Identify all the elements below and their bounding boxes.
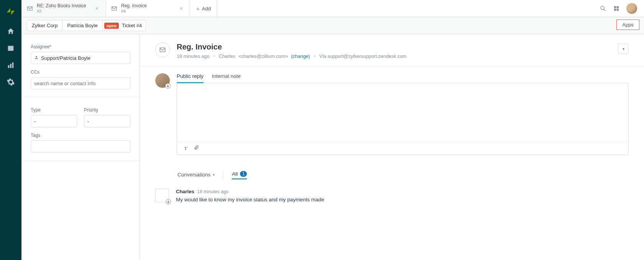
ccs-input[interactable] xyxy=(34,81,127,86)
breadcrumb-ticket[interactable]: open Ticket #4 xyxy=(103,21,146,30)
reply-editor[interactable]: T xyxy=(177,83,629,155)
ticket-content: Reg. Invoice 18 minutes ago Charles<char… xyxy=(140,34,644,260)
ticket-from-email: <charles@zillium.com> xyxy=(238,54,288,59)
tab-title: RE: Zoho Books Invoice xyxy=(37,3,86,9)
message-author: Charles xyxy=(176,189,194,194)
assignee-value: Support/Patricia Boyle xyxy=(41,55,90,61)
tabs-row: RE: Zoho Books Invoice #2 × Reg. Invoice… xyxy=(21,0,644,17)
ticket-age: 18 minutes ago xyxy=(177,54,209,59)
ticket-tab[interactable]: RE: Zoho Books Invoice #2 × xyxy=(21,0,106,17)
svg-rect-2 xyxy=(10,64,12,68)
ticket-header: Reg. Invoice 18 minutes ago Charles<char… xyxy=(140,34,644,66)
ticket-tab-active[interactable]: Reg. Invoice #4 × xyxy=(106,0,190,17)
svg-rect-1 xyxy=(8,65,10,68)
type-value: - xyxy=(34,118,36,124)
message-body: My would like to know my invoice status … xyxy=(176,197,324,202)
nav-home[interactable] xyxy=(0,23,21,40)
text-format-icon[interactable]: T xyxy=(184,145,187,151)
user-badge-icon xyxy=(165,83,171,89)
requester-avatar xyxy=(155,189,169,202)
all-label: All xyxy=(232,171,238,177)
svg-rect-3 xyxy=(12,63,14,68)
priority-label: Priority xyxy=(84,107,130,113)
public-reply-tab[interactable]: Public reply xyxy=(177,73,204,83)
mail-icon xyxy=(111,5,117,12)
priority-value: - xyxy=(87,118,89,124)
svg-rect-0 xyxy=(8,46,14,51)
close-icon[interactable]: × xyxy=(94,5,100,12)
type-label: Type xyxy=(31,107,77,113)
agent-avatar xyxy=(155,73,170,88)
svg-point-12 xyxy=(168,85,169,86)
user-avatar[interactable] xyxy=(626,3,637,14)
svg-line-5 xyxy=(604,9,605,11)
tags-field[interactable] xyxy=(31,140,130,153)
apps-grid-icon[interactable] xyxy=(613,5,619,12)
internal-note-tab[interactable]: Internal note xyxy=(212,73,241,83)
tab-title: Reg. Invoice xyxy=(121,3,147,9)
ticket-via: Via support@zylkersupport.zendesk.com xyxy=(319,54,406,59)
ticket-title: Reg. Invoice xyxy=(177,43,629,51)
status-badge: open xyxy=(104,23,119,29)
add-tab-label: Add xyxy=(202,6,211,12)
plus-icon: + xyxy=(196,5,200,12)
user-icon xyxy=(34,55,39,61)
conversations-all-tab[interactable]: All 1 xyxy=(232,171,247,179)
svg-rect-6 xyxy=(614,6,616,8)
breadcrumb-bar: Zylker Corp Patricia Boyle open Ticket #… xyxy=(21,17,644,34)
nav-admin[interactable] xyxy=(0,74,21,91)
svg-rect-8 xyxy=(614,9,616,11)
tags-label: Tags xyxy=(31,133,130,138)
svg-point-10 xyxy=(36,56,37,58)
ticket-from-name: Charles xyxy=(219,54,235,59)
message-time: 18 minutes ago xyxy=(197,189,228,194)
svg-rect-7 xyxy=(617,6,619,8)
type-field[interactable]: - xyxy=(31,115,77,127)
conversations-label: Conversations xyxy=(177,172,210,178)
assignee-field[interactable]: Support/Patricia Boyle xyxy=(31,52,130,64)
channel-mail-icon xyxy=(155,43,170,57)
svg-rect-9 xyxy=(617,9,619,11)
chevron-down-icon: ▾ xyxy=(623,47,624,51)
close-icon[interactable]: × xyxy=(178,5,184,12)
ticket-id: Ticket #4 xyxy=(122,23,142,28)
all-count: 1 xyxy=(240,171,247,177)
assignee-label: Assignee* xyxy=(31,44,130,49)
breadcrumb-org[interactable]: Zylker Corp xyxy=(27,20,62,31)
tab-sub: #4 xyxy=(121,9,147,14)
ticket-properties-panel: Assignee* Support/Patricia Boyle CCs Typ… xyxy=(21,34,140,260)
left-rail xyxy=(0,0,21,260)
apps-button[interactable]: Apps xyxy=(616,20,639,30)
user-badge-icon xyxy=(166,199,171,204)
tab-sub: #2 xyxy=(37,9,86,14)
priority-field[interactable]: - xyxy=(84,115,130,127)
add-tab-button[interactable]: + Add xyxy=(190,0,217,17)
change-requester-link[interactable]: (change) xyxy=(291,54,310,59)
nav-reports[interactable] xyxy=(0,57,21,74)
svg-point-13 xyxy=(168,201,169,202)
zendesk-logo-icon xyxy=(5,6,16,17)
attach-icon[interactable] xyxy=(194,145,199,152)
conversations-dropdown[interactable]: Conversations ▾ xyxy=(177,172,215,179)
mail-icon xyxy=(27,5,33,12)
svg-point-4 xyxy=(601,6,604,10)
chevron-down-icon: ▾ xyxy=(213,173,215,177)
conversation-message: Charles 18 minutes ago My would like to … xyxy=(155,183,629,206)
nav-views[interactable] xyxy=(0,40,21,57)
ccs-label: CCs xyxy=(31,69,130,75)
breadcrumb-requester[interactable]: Patricia Boyle xyxy=(62,20,102,31)
ccs-field[interactable] xyxy=(31,77,130,89)
ticket-menu-dropdown[interactable]: ▾ xyxy=(618,43,629,54)
search-icon[interactable] xyxy=(600,5,606,12)
